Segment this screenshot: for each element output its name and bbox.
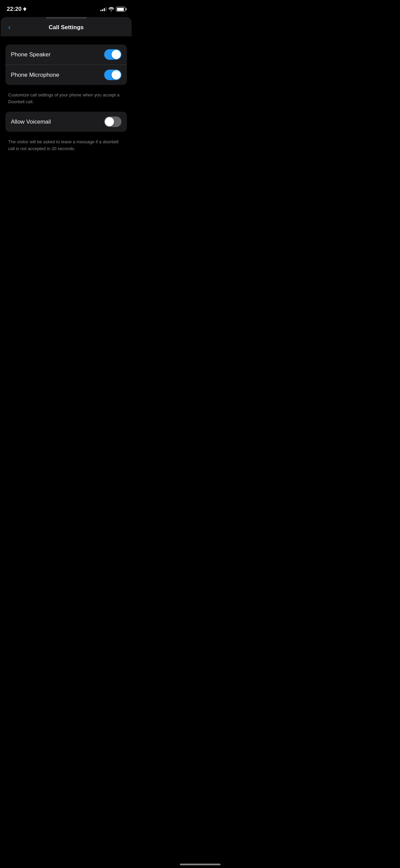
phone-microphone-toggle[interactable] [104, 70, 121, 80]
battery-indicator [116, 7, 126, 12]
back-chevron-icon: ‹ [8, 24, 11, 31]
allow-voicemail-toggle[interactable] [104, 116, 121, 127]
allow-voicemail-label: Allow Voicemail [11, 119, 51, 125]
phone-settings-group: Phone Speaker Phone Microphone [5, 44, 127, 85]
phone-speaker-row: Phone Speaker [5, 44, 127, 65]
allow-voicemail-row: Allow Voicemail [5, 112, 127, 132]
page-title: Call Settings [49, 24, 84, 31]
nav-pill [46, 17, 87, 19]
toggle-knob [105, 117, 114, 126]
toggle-knob [112, 70, 121, 79]
phone-microphone-row: Phone Microphone [5, 65, 127, 85]
signal-icon [100, 7, 107, 11]
status-right-icons [100, 7, 126, 12]
voicemail-description: The visitor will be asked to leave a mes… [5, 136, 127, 159]
status-time: 22:20 [7, 6, 26, 13]
voicemail-settings-group: Allow Voicemail [5, 112, 127, 132]
location-icon [23, 7, 26, 11]
phone-speaker-toggle[interactable] [104, 49, 121, 60]
status-bar: 22:20 [0, 0, 132, 17]
toggle-knob [112, 50, 121, 59]
call-settings-description: Customize call settings of your phone wh… [5, 89, 127, 112]
phone-microphone-label: Phone Microphone [11, 72, 59, 78]
back-button[interactable]: ‹ [8, 24, 11, 31]
navigation-bar: ‹ Call Settings [1, 20, 131, 36]
time-display: 22:20 [7, 6, 21, 13]
battery-icon [116, 7, 126, 12]
wifi-icon [109, 7, 114, 11]
main-content: Phone Speaker Phone Microphone Customize… [0, 36, 132, 159]
battery-fill [117, 8, 124, 11]
phone-speaker-label: Phone Speaker [11, 51, 51, 58]
